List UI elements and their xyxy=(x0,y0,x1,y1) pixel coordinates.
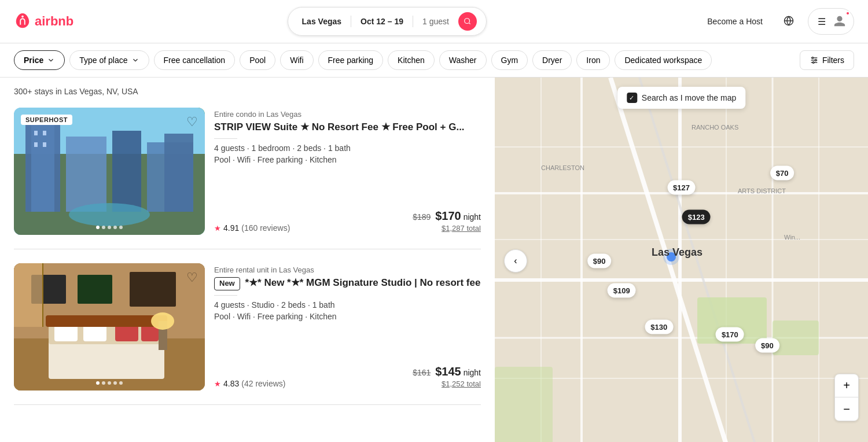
svg-rect-55 xyxy=(773,321,819,355)
map-search-checkbox[interactable]: ✓ xyxy=(627,93,637,103)
all-filters-button[interactable]: Filters xyxy=(800,50,854,70)
search-button[interactable] xyxy=(458,12,477,31)
map-container[interactable]: CHARLESTON RANCHO OAKS ARTS DISTRICT Win… xyxy=(495,78,868,442)
listing-card-2[interactable]: ♡ Entire rental unit in Las Vegas New *★… xyxy=(14,263,481,405)
filter-iron[interactable]: Iron xyxy=(576,50,610,70)
svg-text:ARTS DISTRICT: ARTS DISTRICT xyxy=(738,187,786,194)
svg-rect-56 xyxy=(495,367,553,442)
price-marker-m3[interactable]: $70 xyxy=(770,165,795,180)
price-line-2: $161 $145 night xyxy=(413,365,481,378)
svg-text:RANCHO OAKS: RANCHO OAKS xyxy=(692,124,738,131)
price-marker-m2[interactable]: $123 xyxy=(682,209,711,224)
search-divider-1 xyxy=(351,16,351,27)
become-host-link[interactable]: Become a Host xyxy=(700,12,770,31)
svg-point-58 xyxy=(663,249,679,265)
wishlist-button-1[interactable]: ♡ xyxy=(186,115,198,130)
svg-point-7 xyxy=(812,62,814,64)
filter-gym[interactable]: Gym xyxy=(491,50,528,70)
svg-rect-17 xyxy=(34,131,38,135)
price-total-2: $1,252 total xyxy=(413,380,481,388)
svg-text:CHARLESTON: CHARLESTON xyxy=(541,164,584,171)
notification-dot xyxy=(845,11,850,16)
chevron-down-icon xyxy=(47,56,55,64)
price-marker-m1[interactable]: $127 xyxy=(667,181,696,195)
listing-rating-2: ★ 4.83 (42 reviews) xyxy=(214,379,286,388)
dot-active-2 xyxy=(96,381,100,385)
dot-active xyxy=(96,226,100,229)
dot-2 xyxy=(102,381,105,385)
map-search-checkbox-bar[interactable]: ✓ Search as I move the map xyxy=(617,87,745,109)
filter-pool[interactable]: Pool xyxy=(240,50,275,70)
svg-rect-18 xyxy=(43,131,46,135)
svg-rect-19 xyxy=(34,142,38,147)
superhost-badge: SUPERHOST xyxy=(21,115,72,125)
chevron-down-icon-2 xyxy=(131,56,139,64)
svg-rect-31 xyxy=(46,315,167,327)
filter-bar: Price Type of place Free cancellation Po… xyxy=(0,43,868,78)
price-night-2: night xyxy=(464,368,481,377)
svg-point-5 xyxy=(812,57,814,59)
header-right: Become a Host ☰ xyxy=(700,8,854,35)
price-line-1: $189 $170 night xyxy=(413,209,481,223)
listing-rating-1: ★ 4.91 (160 reviews) xyxy=(214,223,290,233)
zoom-out-button[interactable]: − xyxy=(835,397,858,421)
listing-bottom-2: ★ 4.83 (42 reviews) $161 $145 night $1,2… xyxy=(214,365,481,388)
listing-price-2: $161 $145 night $1,252 total xyxy=(413,365,481,388)
listing-info-1: Entire condo in Las Vegas STRIP VIEW Sui… xyxy=(214,108,481,235)
svg-point-16 xyxy=(69,203,150,226)
price-marker-m4[interactable]: $109 xyxy=(608,283,636,297)
filter-washer[interactable]: Washer xyxy=(439,50,487,70)
filter-dedicated-workspace[interactable]: Dedicated workspace xyxy=(615,50,712,70)
review-count-2: (42 reviews) xyxy=(241,379,285,388)
language-button[interactable] xyxy=(779,11,799,32)
svg-rect-13 xyxy=(112,131,141,212)
rating-value-2: 4.83 xyxy=(223,379,239,388)
price-original-2: $161 xyxy=(413,368,431,377)
search-bar[interactable]: Las Vegas Oct 12 – 19 1 guest xyxy=(288,7,487,36)
map-search-label: Search as I move the map xyxy=(642,93,736,102)
svg-rect-33 xyxy=(78,275,112,304)
search-divider-2 xyxy=(413,16,413,27)
price-current-1: $170 xyxy=(435,209,461,222)
dot xyxy=(108,226,111,229)
price-marker-m7[interactable]: $170 xyxy=(716,327,744,341)
filter-free-parking[interactable]: Free parking xyxy=(318,50,384,70)
listing-info-2: Entire rental unit in Las Vegas New *★* … xyxy=(214,263,481,391)
listing-price-1: $189 $170 night $1,287 total xyxy=(413,209,481,233)
user-menu[interactable]: ☰ xyxy=(808,8,854,35)
listing-separator-2 xyxy=(214,295,237,296)
wishlist-button-2[interactable]: ♡ xyxy=(186,270,198,285)
listing-amenities-1: Pool · Wifi · Free parking · Kitchen xyxy=(214,155,481,164)
svg-text:Win...: Win... xyxy=(784,234,800,241)
filter-kitchen[interactable]: Kitchen xyxy=(388,50,435,70)
map-background: CHARLESTON RANCHO OAKS ARTS DISTRICT Win… xyxy=(495,78,868,442)
svg-rect-34 xyxy=(130,272,176,307)
new-badge: New xyxy=(214,277,240,290)
filter-wifi[interactable]: Wifi xyxy=(280,50,313,70)
search-icon xyxy=(464,17,472,25)
price-marker-m6[interactable]: $90 xyxy=(587,254,612,268)
header: airbnb Las Vegas Oct 12 – 19 1 guest Bec… xyxy=(0,0,868,43)
filter-price[interactable]: Price xyxy=(14,50,65,70)
listing-card[interactable]: SUPERHOST ♡ Entire condo in Las Vegas ST… xyxy=(14,108,481,249)
image-dots-1 xyxy=(96,226,123,229)
review-count-1: (160 reviews) xyxy=(241,223,290,233)
star-icon-2: ★ xyxy=(214,380,221,388)
filter-dryer[interactable]: Dryer xyxy=(532,50,572,70)
dot xyxy=(102,226,105,229)
filter-free-cancellation[interactable]: Free cancellation xyxy=(154,50,236,70)
map-back-button[interactable]: ‹ xyxy=(504,249,527,272)
star-icon-1: ★ xyxy=(214,224,221,233)
listing-details-2: 4 guests · Studio · 2 beds · 1 bath xyxy=(214,300,481,310)
svg-point-36 xyxy=(151,312,174,330)
listings-panel: 300+ stays in Las Vegas, NV, USA xyxy=(0,78,495,442)
zoom-in-button[interactable]: + xyxy=(835,374,858,397)
logo[interactable]: airbnb xyxy=(14,13,73,30)
listing-details-1: 4 guests · 1 bedroom · 2 beds · 1 bath xyxy=(214,143,481,153)
listing-bottom-1: ★ 4.91 (160 reviews) $189 $170 night $1,… xyxy=(214,209,481,233)
listing-separator-1 xyxy=(214,138,237,139)
price-marker-m8[interactable]: $90 xyxy=(755,338,779,352)
image-dots-2 xyxy=(96,381,123,385)
price-marker-m5[interactable]: $130 xyxy=(645,320,673,334)
filter-type-of-place[interactable]: Type of place xyxy=(69,50,149,70)
